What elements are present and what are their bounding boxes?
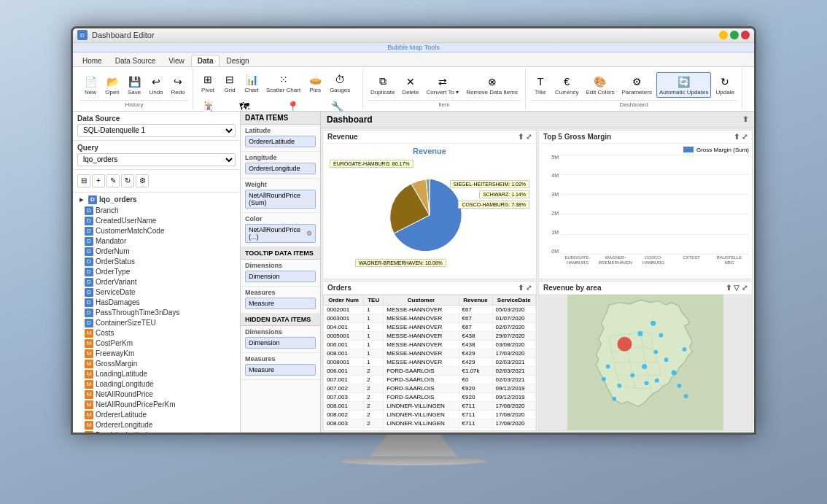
orders-fullscreen-icon[interactable]: ⤢ [526,284,532,292]
duplicate-button[interactable]: ⧉ Duplicate [368,72,397,98]
tree-item-ordertype[interactable]: DOrderType [73,267,240,277]
save-button[interactable]: 💾 Save [124,72,144,98]
color-chip[interactable]: NetAllRoundPrice (...) ⚙ [245,224,316,243]
table-row[interactable]: 007.0012FORD-SAARLOIS€002/03/2021 [324,376,536,384]
table-row[interactable]: 00050011MESSE-HANNOVER€43829/07/2020 [324,332,536,341]
tab-design[interactable]: Design [220,55,255,66]
data-source-dropdown[interactable]: SQL-Datenquelle 1 [77,124,236,137]
tree-item-ordererlongitude[interactable]: MOrdererLongitude [73,420,240,430]
tooltip-meas-chip[interactable]: Measure [245,298,316,309]
tree-item-ordernum[interactable]: DOrderNum [73,247,240,257]
pie-tooltip-2: SIEGEL-HEITERSHEIM: 1.02% [450,180,529,188]
new-button[interactable]: 📄 New [80,72,101,98]
close-button[interactable] [741,31,750,39]
tree-item-loadinglongitude[interactable]: MLoadingLongitude [73,379,240,389]
weight-chip[interactable]: NetAllRoundPrice (Sum) [245,190,316,209]
redo-button[interactable]: ↪ Redo [168,72,188,98]
query-dropdown[interactable]: lqo_orders [77,153,236,166]
table-row[interactable]: 008.0012LINDNER-VILLINGEN€71117/08/2020 [324,402,536,411]
tab-view[interactable]: View [162,55,191,66]
revenue-expand-icon[interactable]: ⬆ [518,133,524,141]
tree-item-ordererlatitude[interactable]: MOrdererLatitude [73,410,240,420]
delete-button[interactable]: ✕ Delete [399,72,422,98]
parameters-button[interactable]: ⚙ Parameters [619,72,655,98]
pivot-button[interactable]: ⊞ Pivot [198,70,218,96]
tree-item-servicedate[interactable]: DServiceDate [73,287,240,298]
tree-item-containersizeteu[interactable]: DContainerSizeTEU [73,318,240,328]
window-controls[interactable] [719,31,750,39]
tree-item-loadinglatitude[interactable]: MLoadingLatitude [73,369,240,379]
tree-item-customermatchcode[interactable]: DCustomerMatchCode [73,226,240,236]
grid-button[interactable]: ⊟ Grid [220,70,240,96]
table-row[interactable]: 006.0011MESSE-HANNOVER€43803/08/2020 [324,341,536,349]
tab-data[interactable]: Data [191,55,220,66]
tree-item-hasdamages[interactable]: DHasDamages [73,298,240,308]
revenue-fullscreen-icon[interactable]: ⤢ [526,133,532,141]
tree-item-costperkm[interactable]: MCostPerKm [73,338,240,349]
map-dot-11 [677,384,682,388]
dashboard-export-icon[interactable]: ⬆ [742,115,748,123]
table-row[interactable]: 009.0012SIEGEL-HEITERSHEIM€10801/03/2021 [324,428,536,430]
tab-datasource[interactable]: Data Source [109,55,163,66]
table-row[interactable]: 008.0032LINDNER-VILLINGEN€71117/08/2020 [324,419,536,428]
table-row[interactable]: 007.0032FORD-SAARLOIS€92009/12/2019 [324,393,536,402]
tree-item-mandator[interactable]: DMandator [73,236,240,247]
tree-item-provisionlatitude[interactable]: MProvisionLatitude [73,430,240,433]
table-row[interactable]: 00030011MESSE-HANNOVER€6701/07/2020 [324,314,536,323]
gm-expand-icon[interactable]: ⬆ [734,133,739,141]
convert-button[interactable]: ⇄ Convert To ▾ [423,72,462,98]
longitude-chip[interactable]: OrdererLongitude [245,163,316,174]
chart-button[interactable]: 📊 Chart [241,70,262,96]
tree-item-netallroundprice[interactable]: MNetAllRoundPrice [73,389,240,400]
hidden-meas-chip[interactable]: Measure [245,364,316,376]
scatter-button[interactable]: ⁙ Scatter Chart [263,70,303,96]
hidden-dimension-section: Dimensions Dimension [241,326,320,353]
map-expand-icon[interactable]: ⬆ [726,284,731,292]
remove-data-button[interactable]: ⊗ Remove Data Items [463,72,521,98]
refresh-btn[interactable]: ↻ [121,174,134,187]
table-row[interactable]: 00080011MESSE-HANNOVER€42902/03/2021 [324,358,536,367]
settings-btn[interactable]: ⚙ [136,174,149,187]
maximize-button[interactable] [730,31,739,39]
add-btn[interactable]: + [92,174,105,187]
update-button[interactable]: ↻ Update [713,72,737,98]
undo-button[interactable]: ↩ Undo [146,72,166,98]
tree-item-freewaykm[interactable]: MFreewayKm [73,349,240,359]
tree-item-grossmargin[interactable]: MGrossMargin [73,359,240,369]
map-filter-icon[interactable]: ▽ [734,284,739,292]
pies-button[interactable]: 🥧 Pies [305,70,325,96]
field-icon-servicedate: D [85,288,93,297]
edit-btn[interactable]: ✎ [106,174,120,187]
minimize-button[interactable] [719,31,728,39]
color-gear-icon[interactable]: ⚙ [306,230,312,237]
gm-fullscreen-icon[interactable]: ⤢ [742,133,748,141]
currency-button[interactable]: € Currency [552,72,581,98]
table-row[interactable]: 008.0011MESSE-HANNOVER€42917/03/2020 [324,349,536,358]
tooltip-dim-chip[interactable]: Dimension [245,271,316,282]
edit-colors-button[interactable]: 🎨 Edit Colors [583,72,617,98]
auto-updates-button[interactable]: 🔄 Automatic Updates [656,72,712,98]
filter-btn[interactable]: ⊟ [77,174,90,187]
gauges-button[interactable]: ⏱ Gauges [327,70,353,96]
table-row[interactable]: 00020011MESSE-HANNOVER€6705/03/2020 [324,306,536,314]
orders-expand-icon[interactable]: ⬆ [518,284,524,292]
tab-home[interactable]: Home [76,55,109,66]
tree-root[interactable]: ▸ D lqo_orders [73,194,240,206]
col-order-num: Order Num [324,295,364,306]
latitude-chip[interactable]: OrdererLatitude [245,136,316,147]
tree-item-passthroughtime3ndays[interactable]: DPassThroughTime3nDays [73,308,240,318]
tree-item-branch[interactable]: DBranch [73,206,240,216]
open-button[interactable]: 📂 Open [102,72,123,98]
tree-item-orderstatus[interactable]: DOrderStatus [73,257,240,267]
tree-item-costs[interactable]: MCosts [73,328,240,338]
table-row[interactable]: 006.0012FORD-SAARLOIS€1.07k02/03/2021 [324,367,536,376]
table-row[interactable]: 004.0011MESSE-HANNOVER€6702/07/2020 [324,323,536,332]
tree-item-ordervariant[interactable]: DOrderVariant [73,277,240,287]
tree-item-createdusername[interactable]: DCreatedUserName [73,216,240,226]
table-row[interactable]: 007.0022FORD-SAARLOIS€92009/12/2019 [324,384,536,393]
hidden-dim-chip[interactable]: Dimension [245,337,316,349]
tree-item-netallroundpriceperkm[interactable]: MNetAllRoundPricePerKm [73,400,240,410]
map-fullscreen-icon[interactable]: ⤢ [742,284,748,292]
table-row[interactable]: 008.0022LINDNER-VILLINGEN€71117/08/2020 [324,411,536,419]
title-button[interactable]: T Title [530,72,551,98]
